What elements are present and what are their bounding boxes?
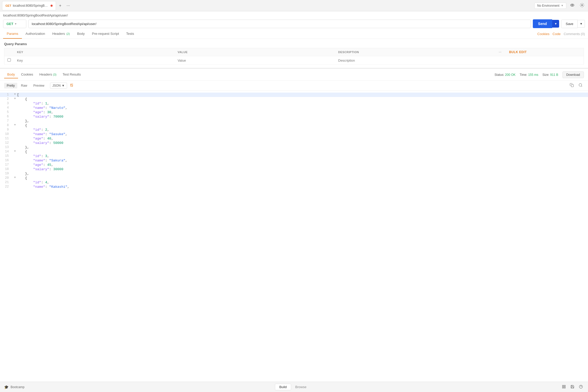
line-num-7: 7 [0,119,13,123]
code-line-22: 22 "name": "Kakashi", [0,185,588,189]
cookies-link[interactable]: Cookies [537,32,550,36]
line-content-16: "name": "Sakura", [17,159,588,162]
bottom-tab-browse[interactable]: Browse [291,384,311,390]
tab-params[interactable]: Params [3,29,22,39]
tab-tests[interactable]: Tests [123,29,137,39]
code-area[interactable]: 1 ▼ [ 2 ▼ { 3 "id": 1, 4 "name": "Naruto… [0,91,588,382]
tab-pre-request[interactable]: Pre-request Script [88,29,123,39]
search-icon-button[interactable] [577,82,584,89]
add-tab-button[interactable]: + [57,2,63,9]
tab-authorization[interactable]: Authorization [22,29,49,39]
code-line-21: 21 "id": 4, [0,180,588,185]
line-content-6: "salary": 70000 [17,115,588,119]
resp-tab-test-results[interactable]: Test Results [60,71,84,78]
format-tab-preview[interactable]: Preview [31,83,47,88]
line-num-6: 6 [0,115,13,118]
line-content-10: "name": "Sasuke", [17,132,588,136]
url-input[interactable] [28,20,531,28]
line-content-15: "id": 3, [17,154,588,158]
three-dots-icon[interactable]: ··· [499,51,502,54]
line-content-8: { [17,124,588,127]
code-link[interactable]: Code [553,32,561,36]
line-content-2: { [17,97,588,101]
format-type-selector[interactable]: JSON ▼ [50,83,67,89]
more-tabs-button[interactable]: ··· [64,2,72,9]
bottom-left: 🎓 Bootcamp [4,385,25,389]
wrap-icon-button[interactable] [68,83,75,89]
line-toggle-20[interactable]: ▼ [13,176,17,179]
status-meta: Status: 200 OK [495,73,516,77]
response-tabs: Body Cookies Headers (3) Test Results [4,71,84,78]
save-dropdown-button[interactable]: ▼ [578,20,585,28]
settings-icon-button[interactable] [578,2,586,10]
line-num-21: 21 [0,181,13,184]
format-tab-raw[interactable]: Raw [18,83,30,88]
line-num-9: 9 [0,128,13,132]
tab-method: GET [5,4,11,7]
bottom-center: Build Browse [275,384,311,390]
download-button[interactable]: Download [562,71,584,78]
help-icon-button[interactable] [578,384,584,390]
code-line-13: 13 }, [0,145,588,150]
params-table: KEY VALUE DESCRIPTION ··· Bulk Edit [4,48,584,65]
line-content-20: { [17,176,588,180]
key-input[interactable] [17,59,172,62]
send-dropdown-button[interactable]: ▼ [552,20,559,28]
bootcamp-label[interactable]: Bootcamp [11,385,25,389]
actions-col-header: ··· [496,48,506,56]
active-tab[interactable]: GET localhost:8080/SpringBootRestA| [2,1,56,10]
value-input[interactable] [178,59,332,62]
response-header: Body Cookies Headers (3) Test Results St… [0,69,588,81]
value-cell [175,56,335,65]
line-toggle-8[interactable]: ▼ [13,124,17,126]
query-params-title: Query Params [4,42,584,46]
bottom-right [561,384,584,390]
line-toggle-14[interactable]: ▼ [13,150,17,153]
code-line-1: 1 ▼ [ [0,93,588,97]
resp-tab-body[interactable]: Body [4,71,18,78]
code-line-16: 16 "name": "Sakura", [0,158,588,163]
tab-title: localhost:8080/SpringBootRestA| [13,4,49,7]
env-label: No Environment [537,4,559,7]
resp-headers-badge: (3) [53,73,56,76]
req-tabs-right: Cookies Code Comments (0) [537,32,585,36]
desc-input[interactable] [338,59,493,62]
line-num-19: 19 [0,172,13,175]
svg-rect-6 [564,385,565,386]
grid-icon-button[interactable] [561,384,567,390]
checkbox-col-header [4,48,14,56]
line-toggle-1[interactable]: ▼ [13,93,17,96]
environment-selector[interactable]: No Environment ▼ [534,3,566,9]
line-num-22: 22 [0,185,13,189]
line-content-17: "age": 45, [17,163,588,167]
line-toggle-2[interactable]: ▼ [13,97,17,100]
row-checkbox[interactable] [7,58,11,62]
code-line-6: 6 "salary": 70000 [0,115,588,119]
line-num-18: 18 [0,167,13,171]
status-value: 200 OK [505,73,516,77]
line-content-11: "age": 40, [17,137,588,141]
request-tabs: Params Authorization Headers (2) Body Pr… [0,29,588,39]
tab-body[interactable]: Body [74,29,88,39]
format-tab-pretty[interactable]: Pretty [4,83,17,88]
send-button[interactable]: Send [533,19,552,28]
bottom-tab-build[interactable]: Build [275,384,291,390]
line-content-9: "id": 2, [17,128,588,132]
method-selector[interactable]: GET ▼ [3,20,26,28]
comments-link[interactable]: Comments (0) [564,32,585,36]
copy-icon-button[interactable] [568,82,575,89]
svg-rect-5 [562,385,564,386]
url-row: GET ▼ Send ▼ Save ▼ [3,19,585,28]
row-checkbox-cell [4,56,14,65]
save-icon-button[interactable] [569,384,575,390]
line-content-22: "name": "Kakashi", [17,185,588,189]
resp-tab-cookies[interactable]: Cookies [18,71,36,78]
bulk-edit-button[interactable]: Bulk Edit [509,50,527,54]
save-button[interactable]: Save [561,20,578,28]
tab-headers[interactable]: Headers (2) [49,29,74,39]
desc-col-header: DESCRIPTION [335,48,496,56]
svg-rect-7 [562,387,564,388]
code-line-17: 17 "age": 45, [0,163,588,167]
resp-tab-headers[interactable]: Headers (3) [36,71,60,78]
eye-icon-button[interactable] [568,2,576,10]
